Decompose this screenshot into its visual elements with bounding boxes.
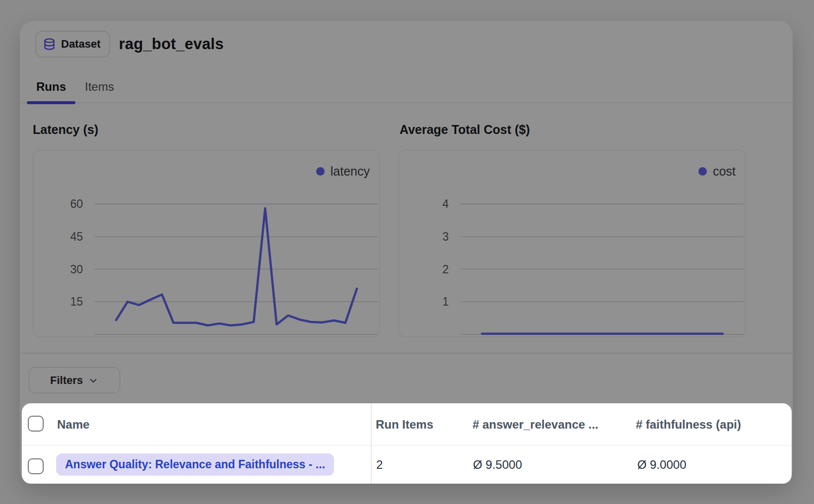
latency-legend: latency xyxy=(316,164,370,179)
cell-faithfulness: Ø 9.0000 xyxy=(637,445,686,484)
svg-text:45: 45 xyxy=(70,230,83,243)
chevron-down-icon xyxy=(88,375,99,386)
runs-table: Name Run Items # answer_relevance ... # … xyxy=(22,403,792,484)
svg-text:4: 4 xyxy=(442,197,449,210)
svg-text:15: 15 xyxy=(70,295,83,308)
select-all-checkbox[interactable] xyxy=(28,416,44,432)
cost-legend: cost xyxy=(698,164,736,179)
column-header-faithfulness[interactable]: # faithfulness (api) xyxy=(636,403,741,445)
latency-legend-label: latency xyxy=(331,164,370,179)
page-header: Dataset rag_bot_evals xyxy=(35,31,224,57)
tabbar: Runs Items xyxy=(27,70,124,103)
svg-text:2: 2 xyxy=(442,263,449,276)
tab-items[interactable]: Items xyxy=(75,70,124,103)
latency-legend-dot xyxy=(316,167,325,176)
cost-legend-label: cost xyxy=(713,164,736,179)
svg-text:60: 60 xyxy=(70,197,83,210)
cost-chart-card: 4321 cost xyxy=(399,150,746,337)
tabbar-border xyxy=(20,102,793,103)
app-window: Dataset rag_bot_evals Runs Items Latency… xyxy=(20,21,793,484)
column-header-run-items[interactable]: Run Items xyxy=(376,403,433,445)
section-divider xyxy=(20,353,793,354)
page-title: rag_bot_evals xyxy=(119,35,223,53)
run-name-link[interactable]: Answer Quality: Relevance and Faithfulne… xyxy=(56,453,334,476)
cost-chart-title: Average Total Cost ($) xyxy=(400,123,530,137)
cell-run-items: 2 xyxy=(376,445,383,484)
svg-text:1: 1 xyxy=(442,295,449,308)
svg-text:30: 30 xyxy=(70,263,83,276)
cell-answer-relevance: Ø 9.5000 xyxy=(473,445,522,484)
latency-chart-title: Latency (s) xyxy=(33,123,98,137)
column-header-name[interactable]: Name xyxy=(57,403,89,445)
table-row: Answer Quality: Relevance and Faithfulne… xyxy=(22,445,792,484)
cost-chart: 4321 xyxy=(399,150,745,336)
filters-button[interactable]: Filters xyxy=(29,367,120,393)
select-row-checkbox[interactable] xyxy=(28,458,44,474)
table-header-row: Name Run Items # answer_relevance ... # … xyxy=(22,403,792,445)
dataset-badge: Dataset xyxy=(35,31,110,58)
filters-button-label: Filters xyxy=(50,374,83,387)
database-icon xyxy=(43,38,56,51)
cost-legend-dot xyxy=(698,167,707,176)
dataset-badge-label: Dataset xyxy=(61,38,100,51)
latency-chart-card: 60453015 latency xyxy=(33,150,380,337)
column-header-answer-relevance[interactable]: # answer_relevance ... xyxy=(473,403,599,445)
svg-text:3: 3 xyxy=(442,230,449,243)
tab-runs[interactable]: Runs xyxy=(27,70,75,103)
